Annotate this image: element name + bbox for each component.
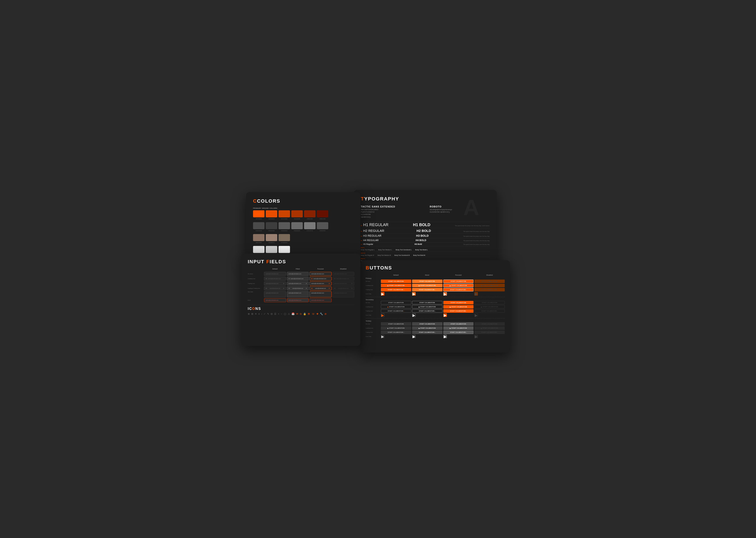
btn-secondary-default-leading[interactable]: ▶START CALIBRATION [381, 305, 411, 308]
icon-info: ⓘ [284, 312, 286, 316]
neutral-swatch-5 [304, 222, 316, 229]
icon-phone: ☏ [312, 312, 315, 316]
btn-tertiary-hover-trailing[interactable]: START CALIBRATION › [412, 331, 442, 334]
icon-warning: ⚠ [288, 312, 290, 316]
input-focused-trailing[interactable]: carlos@unlimited.com✕ [310, 282, 332, 286]
input-default-no-icon[interactable]: carlos@unlimited.com [264, 272, 286, 276]
input-default-both[interactable]: ✉carlos@unlimited.com✕ [264, 286, 286, 290]
btn-secondary-focused-trailing[interactable]: START CALIBRATION › [443, 309, 474, 313]
input-focused-leading[interactable]: ✉carlos@unlimited.com [310, 277, 332, 281]
btn-primary-hover-icon-only[interactable]: ▶ [412, 292, 415, 296]
btn-primary-disabled-no-icon: START CALIBRATION [474, 280, 505, 283]
input-focused-both[interactable]: ✉carlos@unlimited.com✕ [310, 286, 332, 290]
btn-primary-default-icon-only[interactable]: ▶ [381, 292, 384, 296]
btn-tertiary-default-leading[interactable]: ▶START CALIBRATION [381, 326, 411, 330]
btn-primary-focused-leading[interactable]: ▶START CALIBRATION [443, 284, 474, 287]
input-row-error: Error carlos@unlimited.com carlos@unlimi… [248, 298, 354, 302]
btn-secondary-default-icon-only[interactable]: ▶ [381, 313, 384, 317]
input-disabled-no-icon: carlos@unlimited.com [333, 272, 354, 276]
neutral-swatch-1 [253, 222, 265, 229]
swatch-1 [253, 210, 265, 217]
warm-swatch-3 [279, 234, 290, 241]
btn-primary-focused-no-icon[interactable]: START CALIBRATION [443, 280, 474, 283]
input-filled-both[interactable]: ✉carlos@unlimited.com✕ [287, 286, 309, 290]
input-default-error[interactable]: carlos@unlimited.com [264, 298, 286, 302]
input-disabled-textarea: carlos@unlimited.com [333, 291, 354, 297]
input-row-both-icons: Leading & Trailing Icon ✉carlos@unlimite… [248, 286, 354, 290]
swatch-5 [304, 210, 316, 217]
btn-secondary-focused[interactable]: START CALIBRATION [443, 301, 474, 304]
warm-swatch-2 [266, 234, 277, 241]
btn-tertiary-default[interactable]: START CALIBRATION [381, 322, 411, 326]
input-focused-no-icon[interactable]: carlos@unlimited.com [310, 272, 332, 276]
input-focused-textarea[interactable]: carlos@unlimited.com [310, 291, 332, 297]
btn-tertiary-hover-leading[interactable]: ▶START CALIBRATION [412, 326, 442, 330]
secondary-section-label: Secondary [366, 298, 505, 301]
icon-grid: ⊟ [271, 312, 273, 316]
btn-primary-icon-only-row: Icon Only ▶ ▶ ▶ ▶ [366, 292, 505, 296]
input-filled-leading[interactable]: ✉carlos@unlimited.com [287, 277, 309, 281]
btn-secondary-focused-leading[interactable]: ▶START CALIBRATION [443, 305, 474, 308]
input-default-textarea[interactable]: carlos@unlimited.com [264, 291, 286, 297]
btn-primary-hover-no-icon[interactable]: START CALIBRATION [412, 280, 442, 283]
btn-tertiary-hover-icon-only[interactable]: ▶ [412, 335, 415, 338]
btn-primary-default-leading[interactable]: ▶START CALIBRATION [381, 284, 411, 287]
warm-swatch-1 [253, 234, 265, 241]
btn-primary-focused-icon-only[interactable]: ▶ [443, 292, 447, 296]
btn-secondary-hover-leading[interactable]: ▶START CALIBRATION [412, 305, 442, 308]
btn-tertiary-hover[interactable]: START CALIBRATION [412, 322, 442, 326]
input-row-leading-icon: Leading Icon ✉carlos@unlimited.com ✉carl… [248, 277, 354, 281]
btn-primary-disabled-icon-only: ▶ [474, 292, 478, 296]
icon-ban: ⊘ [325, 312, 327, 316]
icon-email: ✉ [296, 312, 298, 316]
icon-plus: + [278, 312, 279, 316]
input-default-leading[interactable]: ✉carlos@unlimited.com [264, 277, 286, 281]
warm-swatches-row [253, 234, 353, 241]
icon-menu: ≡ [258, 312, 260, 316]
btn-secondary-hover[interactable]: START CALIBRATION [412, 301, 442, 304]
input-disabled-both: ✉carlos@unlimited.com✕ [333, 286, 354, 290]
swatch-6 [317, 210, 328, 217]
buttons-title: BUTTONS [366, 265, 505, 271]
btn-secondary-focused-icon-only[interactable]: ▶ [443, 313, 447, 317]
btn-primary-default-trailing[interactable]: START CALIBRATION › [381, 288, 411, 292]
btn-tertiary-focused[interactable]: START CALIBRATION [443, 322, 474, 326]
btn-primary-focused-trailing[interactable]: START CALIBRATION › [443, 288, 474, 292]
btn-primary-default-no-icon[interactable]: START CALIBRATION [381, 280, 411, 283]
btn-tertiary-focused-trailing[interactable]: START CALIBRATION › [443, 331, 474, 334]
btn-tertiary-default-icon-only[interactable]: ▶ [381, 335, 384, 338]
btn-secondary-disabled-trailing: START CALIBRATION › [474, 309, 505, 313]
btn-primary-hover-leading[interactable]: ▶START CALIBRATION [412, 284, 442, 287]
icon-chevron: › [261, 312, 262, 316]
btn-tertiary-focused-leading[interactable]: ▶START CALIBRATION [443, 326, 474, 330]
btn-secondary-default-trailing[interactable]: START CALIBRATION › [381, 309, 411, 313]
icon-calendar: 📅 [291, 312, 295, 316]
btn-secondary-trailing-row: Trailing Icon START CALIBRATION › START … [366, 309, 505, 313]
btn-primary-leading-row: Leading Icon ▶START CALIBRATION ▶START C… [366, 284, 505, 287]
icon-edit: ✎ [267, 312, 269, 316]
input-filled-error[interactable]: carlos@unlimited.com [287, 298, 309, 302]
input-filled-textarea[interactable]: carlos@unlimited.com [287, 291, 309, 297]
font-block-roboto: ROBOTO abcdefghijklmnopqrstuvwxyz0123456… [430, 205, 490, 218]
input-filled-no-icon[interactable]: carlos@unlimited.com [287, 272, 309, 276]
input-disabled-trailing: carlos@unlimited.com✕ [333, 282, 354, 286]
input-filled-trailing[interactable]: carlos@unlimited.com✕ [287, 282, 309, 286]
btn-primary-trailing-row: Trailing Icon START CALIBRATION › START … [366, 288, 505, 292]
leading-icon: ▶ [388, 285, 389, 286]
neutral-swatch-6 [317, 222, 328, 229]
btn-tertiary-default-trailing[interactable]: START CALIBRATION › [381, 331, 411, 334]
btn-primary-hover-trailing[interactable]: START CALIBRATION › [412, 288, 442, 292]
btn-secondary-default[interactable]: START CALIBRATION [381, 301, 411, 304]
btn-tertiary-focused-icon-only[interactable]: ▶ [443, 335, 447, 338]
typo-scale-table: H1 H1 REGULAR H1 BOLD The quick brown fo… [361, 222, 490, 262]
input-focused-error[interactable]: carlos@unlimited.com [310, 298, 332, 302]
btn-secondary-hover-trailing[interactable]: START CALIBRATION › [412, 309, 442, 313]
input-default-trailing[interactable]: carlos@unlimited.com✕ [264, 282, 286, 286]
icon-cross: ✚ [316, 312, 318, 316]
btn-secondary-hover-icon-only[interactable]: ▶ [412, 313, 415, 317]
buttons-card: BUTTONS Default Hover Focused Disabled P… [360, 260, 510, 352]
btn-tertiary-no-icon-row: No Icon START CALIBRATION START CALIBRAT… [366, 322, 505, 326]
colors-card: CCOLORS PRIMARY BRAND COLORS #FF5500 #E8… [246, 192, 360, 262]
btn-tertiary-trailing-row: Trailing Icon START CALIBRATION › START … [366, 331, 505, 334]
primary-colors-label: PRIMARY BRAND COLORS [253, 207, 353, 209]
